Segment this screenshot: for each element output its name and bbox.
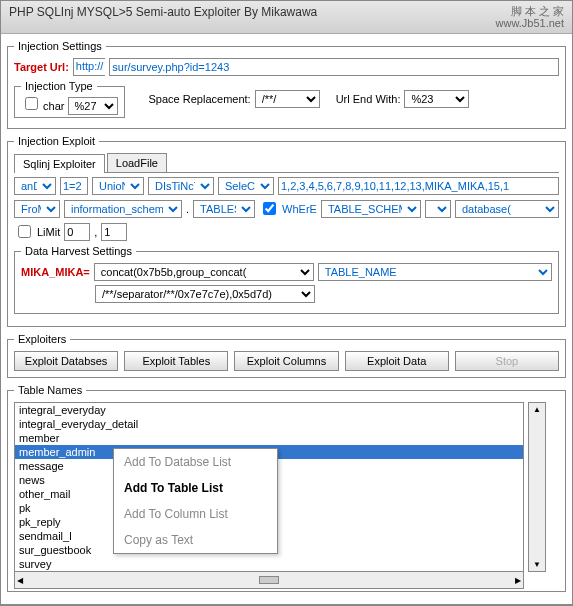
limit-label: LiMit (37, 226, 60, 238)
exploiters-group: Exploiters Exploit Databses Exploit Tabl… (7, 333, 566, 378)
from-select[interactable]: FroM (14, 200, 60, 218)
concat-select[interactable]: concat(0x7b5b,group_concat( (94, 263, 314, 281)
ctx-copy-text[interactable]: Copy as Text (114, 527, 277, 553)
window-body: Injection Settings Target Url: http:// I… (1, 34, 572, 604)
exploiters-legend: Exploiters (14, 333, 70, 345)
injection-exploit-group: Injection Exploit Sqlinj Exploiter LoadF… (7, 135, 566, 327)
scroll-left-icon[interactable]: ◀ (15, 574, 25, 587)
injection-type-legend: Injection Type (21, 80, 97, 92)
injection-settings-legend: Injection Settings (14, 40, 106, 52)
where-label: WhErE (282, 203, 317, 215)
harvest-legend: Data Harvest Settings (21, 245, 136, 257)
tablenames-group: Table Names integral_everydayintegral_ev… (7, 384, 566, 592)
cols-input[interactable] (278, 177, 559, 195)
harvest-group: Data Harvest Settings MIKA_MIKA= concat(… (14, 245, 559, 314)
mika-label: MIKA_MIKA= (21, 266, 90, 278)
exploiters-row: Exploit Databses Exploit Tables Exploit … (14, 351, 559, 371)
union-select[interactable]: UnioN (92, 177, 144, 195)
target-url-label: Target Url: (14, 61, 69, 73)
tab-loadfile[interactable]: LoadFile (107, 153, 167, 172)
injection-exploit-legend: Injection Exploit (14, 135, 99, 147)
list-item[interactable]: integral_everyday_detail (15, 417, 523, 431)
tab-sqlinj[interactable]: Sqlinj Exploiter (14, 154, 105, 173)
context-menu: Add To Databse List Add To Table List Ad… (113, 448, 278, 554)
limit-b-input[interactable] (101, 223, 127, 241)
window-title: PHP SQLInj MYSQL>5 Semi-auto Exploiter B… (9, 5, 317, 29)
tables-select[interactable]: TABLES (193, 200, 255, 218)
limit-a-input[interactable] (64, 223, 90, 241)
comma-label: , (94, 226, 97, 238)
sql-row-2: FroM information_schema . TABLES WhErE T… (14, 199, 559, 218)
exploit-tables-button[interactable]: Exploit Tables (124, 351, 228, 371)
target-url-prefix: http:// (73, 58, 106, 76)
char-select[interactable]: %27 (68, 97, 118, 115)
tablenames-legend: Table Names (14, 384, 86, 396)
scroll-right-icon[interactable]: ▶ (513, 574, 523, 587)
list-item[interactable]: integral_everyday (15, 403, 523, 417)
space-label: Space Replacement: (149, 93, 251, 105)
injection-type-group: Injection Type char %27 (14, 80, 125, 118)
ctx-add-column[interactable]: Add To Column List (114, 501, 277, 527)
end-label: Url End With: (336, 93, 401, 105)
list-wrap: integral_everydayintegral_everyday_detai… (14, 402, 559, 572)
and-select[interactable]: anD (14, 177, 56, 195)
harvest-row-1: MIKA_MIKA= concat(0x7b5b,group_concat( T… (21, 263, 552, 281)
target-row: Target Url: http:// (14, 58, 559, 76)
injection-settings-group: Injection Settings Target Url: http:// I… (7, 40, 566, 129)
harvest-row-2: /**/separator/**/0x7e7c7e),0x5d7d) (21, 285, 552, 303)
sql-row-3: LiMit , (14, 222, 559, 241)
scroll-up-icon[interactable]: ▲ (531, 403, 543, 416)
ctx-add-table[interactable]: Add To Table List (114, 475, 277, 501)
sep-select[interactable]: /**/separator/**/0x7e7c7e),0x5d7d) (95, 285, 315, 303)
watermark-line2: www.Jb51.net (496, 17, 564, 29)
scroll-thumb[interactable] (259, 576, 279, 584)
where-checkbox[interactable] (263, 202, 276, 215)
watermark-line1: 脚 本 之 家 (496, 5, 564, 17)
list-item[interactable]: member (15, 431, 523, 445)
tblschema-select[interactable]: TABLE_SCHEMA (321, 200, 421, 218)
exploit-columns-button[interactable]: Exploit Columns (234, 351, 338, 371)
space-select[interactable]: /**/ (255, 90, 320, 108)
limit-checkbox[interactable] (18, 225, 31, 238)
char-checkbox[interactable] (25, 97, 38, 110)
scroll-down-icon[interactable]: ▼ (531, 558, 543, 571)
tname-select[interactable]: TABLE_NAME (318, 263, 552, 281)
target-url-input[interactable] (109, 58, 559, 76)
ctx-add-database[interactable]: Add To Databse List (114, 449, 277, 475)
exploit-tabs: Sqlinj Exploiter LoadFile (14, 153, 559, 173)
select-select[interactable]: SeleCT (218, 177, 274, 195)
schema-select[interactable]: information_schema (64, 200, 182, 218)
list-item[interactable]: survey (15, 557, 523, 571)
exploit-data-button[interactable]: Exploit Data (345, 351, 449, 371)
dot-label: . (186, 203, 189, 215)
stop-button[interactable]: Stop (455, 351, 559, 371)
db-select[interactable]: database( (455, 200, 559, 218)
cond-input[interactable] (60, 177, 88, 195)
list-item[interactable]: survey_detail (15, 571, 523, 572)
vertical-scrollbar[interactable]: ▲ ▼ (528, 402, 546, 572)
horizontal-scrollbar[interactable]: ◀ ▶ (14, 571, 524, 589)
watermark: 脚 本 之 家 www.Jb51.net (496, 5, 564, 29)
char-label: char (43, 100, 64, 112)
exploit-databases-button[interactable]: Exploit Databses (14, 351, 118, 371)
end-select[interactable]: %23 (404, 90, 469, 108)
type-row: Injection Type char %27 Space Replacemen… (14, 80, 559, 118)
eq-select[interactable]: = (425, 200, 451, 218)
distinct-select[interactable]: DIsTiNcT (148, 177, 214, 195)
sql-row-1: anD UnioN DIsTiNcT SeleCT (14, 177, 559, 195)
main-window: PHP SQLInj MYSQL>5 Semi-auto Exploiter B… (0, 0, 573, 606)
titlebar[interactable]: PHP SQLInj MYSQL>5 Semi-auto Exploiter B… (1, 1, 572, 34)
